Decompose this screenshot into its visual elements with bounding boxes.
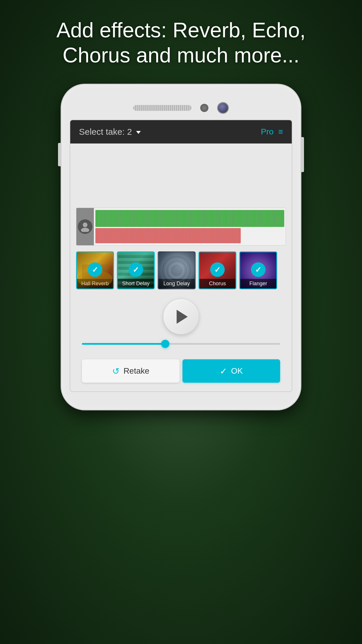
scrubber-thumb[interactable]	[161, 340, 169, 348]
effect-checkmark-chorus	[210, 262, 225, 277]
phone-side-button-right	[301, 137, 304, 172]
dropdown-arrow-icon[interactable]	[136, 131, 141, 134]
scrubber-track[interactable]	[82, 343, 280, 345]
empty-space	[76, 149, 286, 208]
sensor-dot	[200, 104, 208, 112]
avatar-icon	[78, 219, 92, 234]
waveform-red-track	[95, 228, 241, 243]
svg-point-1	[81, 228, 89, 232]
effect-checkmark-hall-reverb	[88, 262, 102, 277]
phone-side-button-left	[58, 143, 61, 166]
effect-label-hall-reverb: Hall Reverb	[77, 279, 113, 288]
header-line2: Chorus and much more...	[63, 43, 299, 67]
waveform-tracks	[94, 208, 286, 246]
waveform-green-track	[95, 210, 284, 227]
bottom-bar: ↺ Retake ✓ OK	[76, 354, 286, 386]
waveform-avatar	[76, 208, 94, 246]
retake-label: Retake	[124, 366, 150, 376]
speaker-grille	[133, 105, 191, 111]
effect-label-flanger: Flanger	[240, 279, 276, 288]
effect-label-chorus: Chorus	[199, 279, 236, 288]
app-bar: Select take: 2 Pro ≡	[70, 120, 292, 144]
pro-label[interactable]: Pro	[261, 127, 274, 136]
scrubber-fill	[82, 343, 165, 345]
waveform-container	[76, 208, 286, 246]
effect-item-short-delay[interactable]: Short Delay	[117, 251, 155, 289]
effect-item-long-delay[interactable]: Long Delay	[158, 251, 196, 289]
svg-point-0	[83, 223, 87, 227]
phone-outer: Select take: 2 Pro ≡	[61, 85, 301, 410]
app-bar-right: Pro ≡	[261, 127, 283, 136]
effect-item-flanger[interactable]: Flanger	[239, 251, 277, 289]
header-line1: Add effects: Reverb, Echo,	[56, 18, 305, 42]
select-take-label: Select take: 2	[79, 127, 132, 136]
app-bar-title: Select take: 2	[79, 127, 141, 137]
settings-icon[interactable]: ≡	[278, 127, 283, 136]
effect-label-long-delay: Long Delay	[159, 279, 195, 288]
effect-item-chorus[interactable]: Chorus	[198, 251, 236, 289]
play-icon	[177, 310, 188, 324]
phone-top	[70, 99, 292, 120]
effect-checkmark-short-delay	[129, 262, 143, 277]
ok-check-icon: ✓	[220, 366, 227, 376]
phone-screen: Select take: 2 Pro ≡	[70, 120, 292, 392]
retake-button[interactable]: ↺ Retake	[82, 359, 180, 383]
effect-label-short-delay: Short Delay	[118, 279, 154, 288]
play-section	[76, 299, 286, 334]
effect-item-hall-reverb[interactable]: Hall Reverb	[76, 251, 114, 289]
retake-icon: ↺	[112, 366, 120, 376]
ok-label: OK	[231, 366, 243, 376]
camera-front	[217, 102, 229, 114]
effects-strip: Hall Reverb Short Delay Long Delay Choru…	[76, 251, 286, 290]
scrubber-section	[76, 340, 286, 348]
play-button[interactable]	[164, 299, 198, 334]
phone-container: Select take: 2 Pro ≡	[61, 85, 301, 410]
header-text: Add effects: Reverb, Echo, Chorus and mu…	[0, 18, 362, 68]
screen-content: Hall Reverb Short Delay Long Delay Choru…	[70, 144, 292, 391]
ok-button[interactable]: ✓ OK	[182, 359, 280, 383]
effect-checkmark-flanger	[251, 262, 266, 277]
